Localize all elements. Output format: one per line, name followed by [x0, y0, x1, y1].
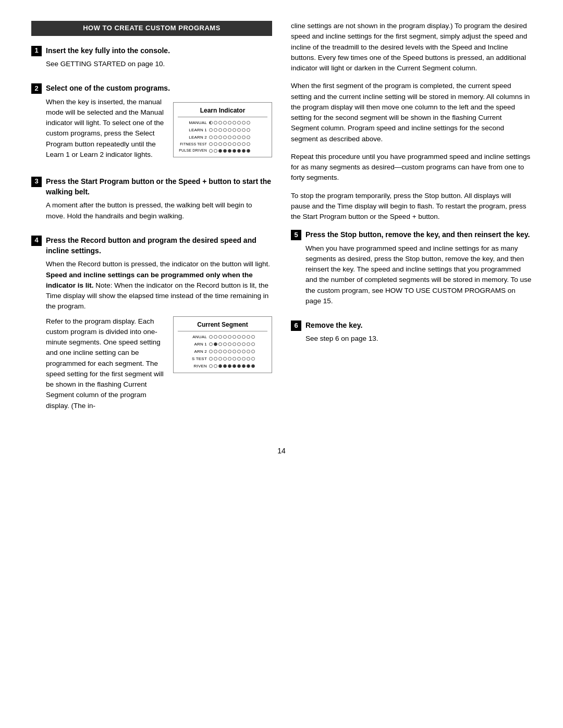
step-1: 1 Insert the key fully into the console.… — [31, 45, 272, 74]
cs-row-anual: ANUAL — [178, 334, 267, 340]
step-2-inline: When the key is inserted, the manual mod… — [46, 97, 272, 163]
step-3: 3 Press the Start Program button or the … — [31, 176, 272, 226]
step-4-body: When the Record button is pressed, the i… — [46, 259, 272, 411]
page-number: 14 — [31, 446, 532, 456]
cs-row-riven: RIVEN — [178, 363, 267, 369]
right-continuation: cline settings are not shown in the prog… — [291, 21, 532, 73]
step-2-number: 2 — [31, 83, 42, 94]
learn-indicator-title: Learn Indicator — [178, 106, 267, 117]
right-para4: To stop the program temporarily, press t… — [291, 191, 532, 223]
step-3-number: 3 — [31, 177, 42, 187]
right-para3: Repeat this procedure until you have pro… — [291, 152, 532, 183]
cs-rows: ANUAL — [178, 334, 267, 369]
step-4-text: Refer to the program display. Each custo… — [46, 316, 167, 411]
cs-row-stest: S TEST — [178, 356, 267, 362]
two-column-layout: HOW TO CREATE CUSTOM PROGRAMS 1 Insert t… — [31, 21, 532, 425]
step-6-number: 6 — [291, 320, 301, 331]
step-4: 4 Press the Record button and program th… — [31, 235, 272, 415]
learn-indicator-rows: MANUAL — [178, 120, 267, 154]
current-segment-box: Current Segment ANUAL — [173, 316, 272, 373]
indicator-row-learn1: LEARN 1 — [178, 127, 267, 133]
cs-title: Current Segment — [178, 320, 267, 331]
step-4-number: 4 — [31, 236, 42, 246]
step-3-body: A moment after the button is pressed, th… — [46, 200, 272, 221]
step-4-content: Press the Record button and program the … — [46, 235, 272, 415]
step-6-body: See step 6 on page 13. — [305, 334, 532, 344]
step-5: 5 Press the Stop button, remove the key,… — [291, 229, 532, 311]
step-4-p1: When the Record button is pressed, the i… — [46, 259, 272, 312]
page: HOW TO CREATE CUSTOM PROGRAMS 1 Insert t… — [0, 0, 563, 728]
step-3-content: Press the Start Program button or the Sp… — [46, 176, 272, 226]
step-3-title: Press the Start Program button or the Sp… — [46, 176, 272, 198]
step-2-body: When the key is inserted, the manual mod… — [46, 97, 272, 163]
indicator-row-learn2: LEARN 2 — [178, 134, 267, 141]
step-2: 2 Select one of the custom programs. Whe… — [31, 83, 272, 166]
right-column: cline settings are not shown in the prog… — [291, 21, 532, 425]
step-1-number: 1 — [31, 46, 42, 56]
step-1-content: Insert the key fully into the console. S… — [46, 45, 272, 74]
step-2-text: When the key is inserted, the manual mod… — [46, 97, 167, 161]
section-header-title: HOW TO CREATE CUSTOM PROGRAMS — [83, 24, 221, 32]
cs-row-arn2: ARN 2 — [178, 349, 267, 355]
step-5-title: Press the Stop button, remove the key, a… — [305, 229, 532, 240]
step-6-content: Remove the key. See step 6 on page 13. — [305, 320, 532, 349]
step-5-body: When you have programmed speed and incli… — [305, 243, 532, 307]
step-1-body: See GETTING STARTED on page 10. — [46, 59, 272, 69]
cs-row-arn1: ARN 1 — [178, 341, 267, 348]
step-6-title: Remove the key. — [305, 320, 532, 330]
step-4-title: Press the Record button and program the … — [46, 235, 272, 256]
step-4-inline: Refer to the program display. Each custo… — [46, 316, 272, 411]
step-5-number: 5 — [291, 230, 301, 240]
step-2-content: Select one of the custom programs. When … — [46, 83, 272, 166]
step-6: 6 Remove the key. See step 6 on page 13. — [291, 320, 532, 349]
indicator-row-manual: MANUAL — [178, 120, 267, 126]
indicator-row-pulse: PULSE DRIVEN — [178, 148, 267, 154]
learn-indicator-box: Learn Indicator MANUAL — [173, 102, 272, 157]
step-2-title: Select one of the custom programs. — [46, 83, 272, 93]
step-1-title: Insert the key fully into the console. — [46, 45, 272, 56]
section-header: HOW TO CREATE CUSTOM PROGRAMS — [31, 21, 272, 36]
right-para2: When the first segment of the program is… — [291, 81, 532, 144]
step-5-content: Press the Stop button, remove the key, a… — [305, 229, 532, 311]
left-column: HOW TO CREATE CUSTOM PROGRAMS 1 Insert t… — [31, 21, 272, 425]
indicator-row-fitness: FITNESS TEST — [178, 142, 267, 147]
